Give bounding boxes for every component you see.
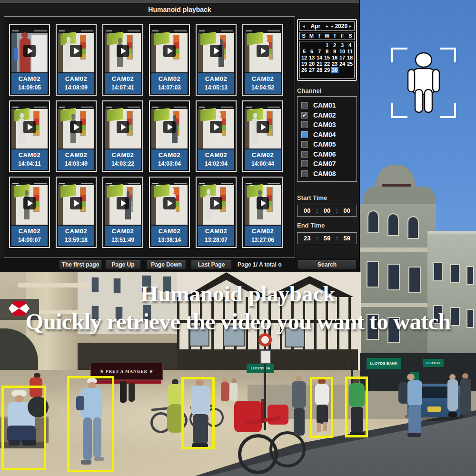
calendar-day[interactable]: 25: [346, 61, 354, 67]
calendar-day[interactable]: 22: [323, 61, 331, 67]
channel-checkbox[interactable]: [301, 102, 308, 109]
play-icon[interactable]: [257, 45, 269, 57]
calendar-day[interactable]: 5: [300, 49, 308, 55]
play-icon[interactable]: [117, 197, 129, 209]
end-second: 59: [344, 235, 350, 242]
calendar-day[interactable]: 18: [346, 55, 354, 61]
calendar-day[interactable]: 17: [338, 55, 346, 61]
calendar-day[interactable]: 30: [331, 67, 338, 73]
play-icon[interactable]: [70, 197, 82, 209]
calendar-day[interactable]: 4: [346, 42, 354, 49]
calendar-day[interactable]: 7: [316, 49, 323, 55]
thumbnail-cell[interactable]: CAM0214:03:49: [56, 100, 97, 172]
next-year-arrow-icon[interactable]: ►: [348, 24, 353, 29]
calendar-day[interactable]: 24: [338, 61, 346, 67]
thumbnail-cell[interactable]: CAM0213:59:18: [56, 177, 97, 248]
calendar-day[interactable]: 12: [300, 55, 308, 61]
channel-row[interactable]: CAM05: [301, 139, 357, 149]
play-icon[interactable]: [23, 121, 36, 133]
calendar-day[interactable]: 19: [300, 61, 308, 67]
channel-row[interactable]: CAM07: [301, 159, 357, 169]
play-icon[interactable]: [23, 45, 36, 57]
prev-year-arrow-icon[interactable]: ◄: [329, 24, 334, 29]
calendar-day[interactable]: 15: [323, 55, 331, 61]
play-icon[interactable]: [210, 45, 222, 57]
calendar-day[interactable]: 1: [323, 42, 331, 49]
play-icon[interactable]: [210, 197, 222, 209]
thumbnail-cell[interactable]: CAM0213:38:14: [149, 177, 190, 248]
thumbnail-cell[interactable]: CAM0214:04:11: [9, 100, 50, 172]
channel-checkbox[interactable]: [301, 170, 308, 177]
calendar-day[interactable]: 3: [338, 42, 346, 49]
channel-checkbox[interactable]: [301, 160, 308, 167]
page-down-button[interactable]: Page Down: [147, 260, 186, 269]
calendar-day[interactable]: 29: [323, 67, 331, 73]
channel-row[interactable]: CAM06: [301, 149, 357, 159]
calendar-day[interactable]: 26: [300, 67, 308, 73]
thumbnail-cell[interactable]: CAM0214:04:52: [242, 24, 283, 96]
thumbnail-cell[interactable]: CAM0213:51:49: [102, 177, 143, 248]
calendar-day[interactable]: 20: [308, 61, 316, 67]
play-icon[interactable]: [70, 45, 82, 57]
channel-row[interactable]: CAM04: [301, 130, 357, 140]
calendar-day[interactable]: 14: [316, 55, 323, 61]
start-hour: 00: [304, 207, 310, 214]
thumbnail-cell[interactable]: CAM0214:07:41: [102, 24, 143, 96]
play-icon[interactable]: [117, 121, 129, 133]
camera-name: CAM02: [151, 228, 188, 235]
thumbnail-cell[interactable]: CAM0214:09:05: [9, 24, 50, 96]
channel-checkbox[interactable]: [301, 131, 308, 138]
channel-row[interactable]: CAM03: [301, 120, 357, 130]
channel-row[interactable]: ✓CAM02: [301, 110, 357, 120]
channel-checkbox[interactable]: ✓: [301, 112, 308, 119]
thumbnail-cell[interactable]: CAM0213:28:07: [196, 177, 237, 248]
thumbnail-cell[interactable]: CAM0213:27:06: [242, 177, 283, 248]
thumbnail-cell[interactable]: CAM0214:07:03: [149, 24, 190, 96]
end-time-input[interactable]: 23 : 59 : 59: [297, 232, 357, 244]
next-month-arrow-icon[interactable]: ►: [325, 24, 330, 29]
calendar-day[interactable]: 16: [331, 55, 338, 61]
thumbnail-cell[interactable]: CAM0214:00:07: [9, 177, 50, 248]
day-header: T: [331, 32, 338, 40]
channel-row[interactable]: CAM08: [301, 169, 357, 179]
page-up-button[interactable]: Page Up: [105, 260, 141, 269]
thumbnail-cell[interactable]: CAM0214:02:04: [196, 100, 237, 172]
play-icon[interactable]: [163, 197, 176, 209]
calendar-day[interactable]: 27: [308, 67, 316, 73]
calendar-day[interactable]: 28: [316, 67, 323, 73]
calendar-day[interactable]: 21: [316, 61, 323, 67]
calendar-day[interactable]: 2: [331, 42, 338, 49]
play-icon[interactable]: [70, 121, 82, 133]
calendar-day[interactable]: 13: [308, 55, 316, 61]
channel-row[interactable]: CAM01: [301, 100, 357, 110]
play-icon[interactable]: [257, 121, 269, 133]
thumbnail-cell[interactable]: CAM0214:00:44: [242, 100, 283, 172]
thumbnail-cell[interactable]: CAM0214:08:09: [56, 24, 97, 96]
calendar-day[interactable]: 23: [331, 61, 338, 67]
channel-checkbox[interactable]: [301, 151, 308, 158]
thumbnail-cell[interactable]: CAM0214:03:22: [102, 100, 143, 172]
calendar-day[interactable]: 6: [308, 49, 316, 55]
play-icon[interactable]: [163, 121, 176, 133]
play-icon[interactable]: [163, 45, 176, 57]
calendar-day[interactable]: 10: [338, 49, 346, 55]
first-page-button[interactable]: The first page: [59, 260, 102, 269]
play-icon[interactable]: [117, 45, 129, 57]
calendar-day[interactable]: 8: [323, 49, 331, 55]
calendar-day[interactable]: 9: [331, 49, 338, 55]
thumbnail-cell[interactable]: CAM0214:03:04: [149, 100, 190, 172]
play-icon[interactable]: [257, 197, 269, 209]
channel-checkbox[interactable]: [301, 141, 308, 148]
play-icon[interactable]: [23, 197, 36, 209]
play-icon[interactable]: [210, 121, 222, 133]
search-button[interactable]: Search: [298, 260, 357, 269]
start-time-input[interactable]: 00 : 00 : 00: [297, 205, 357, 217]
channel-checkbox[interactable]: [301, 121, 308, 128]
last-page-button[interactable]: Last Page: [191, 260, 232, 269]
prev-month-arrow-icon[interactable]: ◄: [301, 24, 306, 29]
clip-time: 14:08:09: [58, 84, 94, 91]
clip-time: 14:07:41: [105, 84, 141, 91]
calendar-day[interactable]: 11: [346, 49, 354, 55]
day-header: S: [347, 32, 354, 40]
thumbnail-cell[interactable]: CAM0214:05:13: [196, 24, 237, 96]
